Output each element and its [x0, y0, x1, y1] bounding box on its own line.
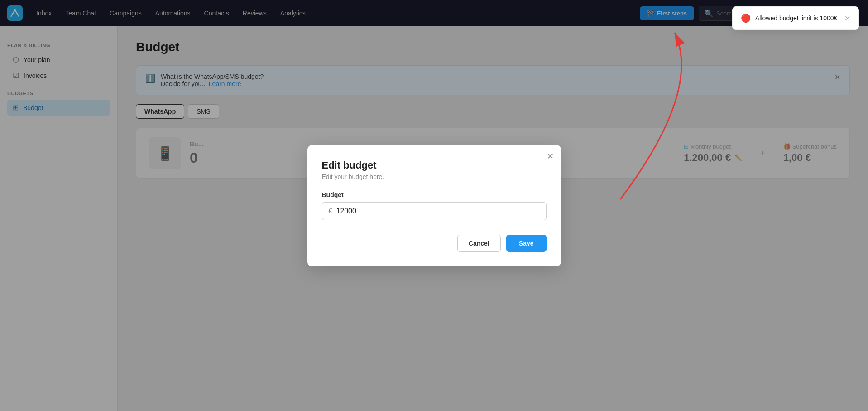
toast-error-icon: 🔴: [741, 13, 751, 23]
edit-budget-modal: ✕ Edit budget Edit your budget here. Bud…: [307, 145, 561, 266]
modal-actions: Cancel Save: [322, 235, 547, 252]
budget-input-wrap: €: [322, 202, 547, 220]
save-button[interactable]: Save: [506, 235, 547, 252]
modal-title: Edit budget: [322, 160, 547, 171]
budget-field-label: Budget: [322, 191, 547, 198]
modal-close-button[interactable]: ✕: [547, 152, 554, 160]
error-toast: 🔴 Allowed budget limit is 1000€ ✕: [732, 6, 859, 30]
cancel-button[interactable]: Cancel: [457, 235, 501, 252]
budget-input-field[interactable]: [336, 207, 539, 215]
modal-overlay[interactable]: ✕ Edit budget Edit your budget here. Bud…: [0, 0, 868, 411]
toast-close-button[interactable]: ✕: [844, 14, 850, 23]
toast-message: Allowed budget limit is 1000€: [755, 15, 840, 22]
euro-sign: €: [329, 207, 333, 215]
modal-subtitle: Edit your budget here.: [322, 173, 547, 180]
